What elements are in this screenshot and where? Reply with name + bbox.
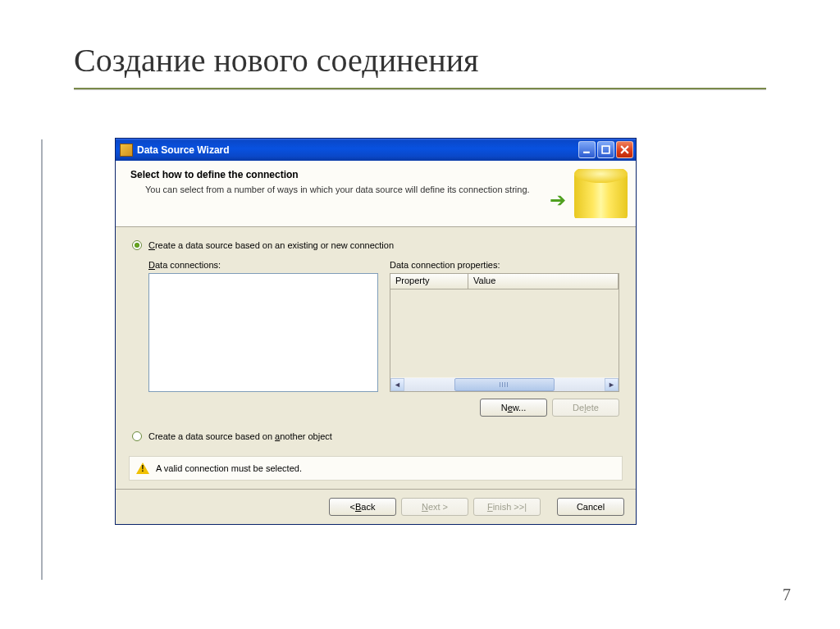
data-connections-list[interactable]	[148, 273, 378, 392]
svg-rect-1	[602, 146, 609, 153]
wizard-header-subtitle: You can select from a number of ways in …	[130, 184, 541, 195]
scroll-right-button[interactable]: ►	[605, 378, 619, 391]
maximize-button[interactable]	[597, 141, 614, 158]
wizard-footer: < Back Next > Finish >>| Cancel	[116, 489, 636, 524]
close-button[interactable]	[616, 141, 633, 158]
wizard-header-title: Select how to define the connection	[130, 169, 541, 180]
wizard-header-graphic: ➔	[546, 169, 636, 218]
warning-icon	[136, 462, 149, 475]
value-column-header[interactable]: Value	[468, 274, 619, 289]
radio-selected-icon	[132, 240, 142, 250]
connection-properties-label: Data connection properties:	[390, 260, 619, 270]
back-button[interactable]: < Back	[329, 498, 396, 516]
wizard-header: Select how to define the connection You …	[116, 161, 636, 227]
delete-button[interactable]: Delete	[552, 399, 619, 417]
validation-bar: A valid connection must be selected.	[129, 456, 623, 481]
data-connections-label: Data connections:	[148, 260, 378, 270]
dialog-window: Data Source Wizard Select how to d	[115, 138, 637, 525]
page-number: 7	[783, 586, 791, 604]
svg-rect-0	[583, 152, 590, 153]
cancel-button[interactable]: Cancel	[557, 498, 624, 516]
slide-title: Создание нового соединения	[74, 41, 766, 80]
new-button[interactable]: New...	[480, 399, 547, 417]
finish-button[interactable]: Finish >>|	[473, 498, 541, 516]
scroll-left-button[interactable]: ◄	[390, 378, 404, 391]
side-separator	[41, 139, 43, 580]
titlebar[interactable]: Data Source Wizard	[116, 139, 636, 161]
option-another-object-label: Create a data source based on another ob…	[148, 431, 332, 441]
connection-properties-grid[interactable]: Property Value ◄ ►	[390, 273, 619, 392]
property-column-header[interactable]: Property	[390, 274, 468, 289]
app-icon	[120, 144, 133, 157]
title-separator	[74, 88, 766, 89]
option-another-object[interactable]: Create a data source based on another ob…	[132, 431, 619, 441]
scroll-thumb[interactable]	[454, 378, 555, 391]
radio-unselected-icon	[132, 431, 142, 441]
window-title: Data Source Wizard	[137, 144, 230, 156]
minimize-button[interactable]	[578, 141, 596, 158]
properties-scrollbar[interactable]: ◄ ►	[390, 377, 619, 391]
next-button[interactable]: Next >	[401, 498, 468, 516]
option-existing-connection[interactable]: Create a data source based on an existin…	[132, 240, 619, 250]
option-existing-connection-label: Create a data source based on an existin…	[148, 240, 394, 250]
validation-message: A valid connection must be selected.	[156, 463, 302, 473]
